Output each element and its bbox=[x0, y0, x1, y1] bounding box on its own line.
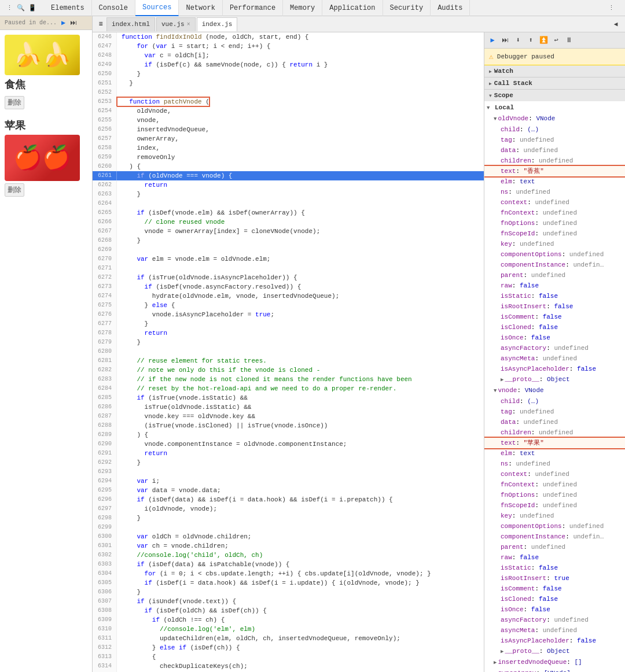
code-line-6248: 6248 var c = oldCh[i]; bbox=[93, 51, 484, 60]
callstack-arrow-icon bbox=[489, 81, 492, 86]
scope-oldvnode-isstatic: isStatic: false bbox=[484, 291, 625, 301]
code-line-6264: 6264 bbox=[93, 199, 484, 208]
source-tab-vue-js[interactable]: vue.js × bbox=[156, 17, 196, 31]
pause-exceptions-button[interactable]: ⏸ bbox=[563, 35, 575, 46]
code-line-6304: 6304 for (i = 0; i < cbs.update.length; … bbox=[93, 569, 484, 578]
fruit-item-banana: 🍌🍌 食焦 删除 bbox=[5, 35, 87, 109]
banana-image: 🍌🍌 bbox=[5, 35, 80, 75]
scope-vnode-proto[interactable]: ▶__proto__: Object bbox=[484, 646, 625, 657]
source-tab-nav: ◀ bbox=[611, 20, 623, 29]
scope-oldvnode-context: context: undefined bbox=[484, 197, 625, 208]
tab-application[interactable]: Application bbox=[322, 0, 383, 16]
scope-oldvnode-proto[interactable]: ▶__proto__: Object bbox=[484, 374, 625, 385]
file-tree-icon[interactable]: ≡ bbox=[95, 19, 106, 30]
step-out-button[interactable]: ⬆ bbox=[525, 35, 536, 46]
play-button[interactable]: ▶ bbox=[61, 19, 65, 27]
scope-vnode-isonce: isOnce: false bbox=[484, 604, 625, 615]
code-line-6274: 6274 hydrate(oldVnode.elm, vnode, insert… bbox=[93, 291, 484, 301]
code-line-6295: 6295 var data = vnode.data; bbox=[93, 486, 484, 495]
code-line-6284: 6284 // reset by the hot-reload-api and … bbox=[93, 384, 484, 393]
callstack-section-header[interactable]: Call Stack bbox=[484, 77, 625, 89]
tab-performance[interactable]: Performance bbox=[223, 0, 283, 16]
tab-security[interactable]: Security bbox=[383, 0, 431, 16]
code-line-6261[interactable]: 6261 if (oldVnode === vnode) { bbox=[93, 171, 484, 180]
watch-section: Watch bbox=[484, 65, 625, 77]
scope-vnode-header[interactable]: ▼vnode: VNode bbox=[484, 385, 625, 396]
code-line-6285: 6285 if (isTrue(vnode.isStatic) && bbox=[93, 393, 484, 403]
apple-delete-button[interactable]: 删除 bbox=[5, 183, 24, 197]
debugger-paused-text: Debugger paused bbox=[497, 53, 554, 60]
debug-toolbar: ▶ ⏭ ⬇ ⬆ ⏫ ↩ ⏸ bbox=[484, 32, 625, 49]
scope-label: Scope bbox=[494, 92, 513, 99]
banana-delete-button[interactable]: 删除 bbox=[5, 96, 24, 109]
code-line-6303: 6303 if (isDef(data) && isPatchable(vnod… bbox=[93, 560, 484, 569]
code-line-6255: 6255 vnode, bbox=[93, 116, 484, 125]
scope-oldvnode-ns: ns: undefined bbox=[484, 187, 625, 197]
scope-insertedvnodequeue[interactable]: ▶insertedVnodeQueue: [] bbox=[484, 657, 625, 668]
code-line-6254: 6254 oldVnode, bbox=[93, 106, 484, 116]
apple-image: 🍎🍎 bbox=[5, 135, 80, 181]
code-line-6281: 6281 // reuse element for static trees. bbox=[93, 356, 484, 365]
prev-location-icon[interactable]: ◀ bbox=[611, 20, 620, 29]
code-line-6298: 6298 } bbox=[93, 514, 484, 523]
code-line-6258: 6258 index, bbox=[93, 143, 484, 153]
code-line-6299: 6299 bbox=[93, 523, 484, 532]
fruit-item-apple: 苹果 🍎🍎 删除 bbox=[5, 119, 87, 197]
tab-network[interactable]: Network bbox=[179, 0, 222, 16]
code-line-6311: 6311 updateChildren(elm, oldCh, ch, inse… bbox=[93, 634, 484, 643]
watch-arrow-icon bbox=[489, 69, 492, 74]
step-button[interactable]: ⏫ bbox=[538, 35, 549, 46]
main-layout: Paused in de... ▶ ⏭ 🍌🍌 食焦 删除 苹果 🍎🍎 删除 bbox=[0, 16, 625, 672]
scope-local-label: ▼ Local bbox=[484, 102, 625, 113]
callstack-section: Call Stack bbox=[484, 77, 625, 90]
scope-vnode-child: child: (…) bbox=[484, 396, 625, 407]
scope-vnode-context: context: undefined bbox=[484, 469, 625, 479]
step-button[interactable]: ⏭ bbox=[70, 19, 77, 27]
scope-oldvnode-isasyncplaceholder: isAsyncPlaceholder: false bbox=[484, 364, 625, 374]
code-line-6313: 6313 { bbox=[93, 652, 484, 662]
scope-oldvnode-header[interactable]: ▼oldVnode: VNode bbox=[484, 113, 625, 124]
scope-vnode-tag: tag: undefined bbox=[484, 407, 625, 417]
debug-panel: ▶ ⏭ ⬇ ⬆ ⏫ ↩ ⏸ ⚠ Debugger paused bbox=[484, 32, 625, 672]
scope-content[interactable]: ▼ Local ▼oldVnode: VNode child: (…) tag:… bbox=[484, 101, 625, 672]
source-tab-index-html[interactable]: index.html bbox=[106, 17, 155, 31]
scope-oldvnode-elm: elm: text bbox=[484, 176, 625, 187]
tab-sources[interactable]: Sources bbox=[135, 0, 179, 16]
code-line-6269: 6269 bbox=[93, 245, 484, 254]
code-line-6293: 6293 bbox=[93, 467, 484, 477]
code-line-6300: 6300 var oldCh = oldVnode.children; bbox=[93, 532, 484, 541]
step-over-button[interactable]: ⏭ bbox=[499, 35, 511, 46]
tab-memory[interactable]: Memory bbox=[283, 0, 322, 16]
close-vue-js-icon[interactable]: × bbox=[187, 21, 190, 28]
tab-elements[interactable]: Elements bbox=[44, 0, 92, 16]
code-line-6260: 6260 ) { bbox=[93, 162, 484, 171]
scope-ownerarray[interactable]: ▶ownerArray: [VNode] bbox=[484, 668, 625, 672]
code-line-6283: 6283 // if the new node is not cloned it… bbox=[93, 375, 484, 384]
step-into-button[interactable]: ⬇ bbox=[512, 35, 524, 46]
tab-console[interactable]: Console bbox=[92, 0, 135, 16]
source-tab-index-js[interactable]: index.js bbox=[197, 17, 238, 31]
deactivate-button[interactable]: ↩ bbox=[550, 35, 562, 46]
code-line-6268: 6268 } bbox=[93, 236, 484, 245]
inspect-icon[interactable]: 🔍 bbox=[16, 3, 25, 13]
resume-button[interactable]: ▶ bbox=[487, 35, 498, 46]
scope-vnode-elm: elm: text bbox=[484, 448, 625, 459]
scope-vnode-ns: ns: undefined bbox=[484, 459, 625, 469]
scope-vnode-fncontext: fnContext: undefined bbox=[484, 479, 625, 490]
watch-section-header[interactable]: Watch bbox=[484, 65, 625, 77]
scope-section-header[interactable]: Scope bbox=[484, 90, 625, 101]
more-options-icon[interactable]: ⋮ bbox=[606, 3, 616, 13]
code-debug-layout: 6246function findIdxInOld (node, oldCh, … bbox=[93, 32, 625, 672]
scope-tree: ▼ Local ▼oldVnode: VNode child: (…) tag:… bbox=[484, 102, 625, 672]
scope-vnode-data: data: undefined bbox=[484, 417, 625, 427]
tab-end-icons: ⋮ bbox=[606, 3, 620, 13]
scope-oldvnode-text: text: "香蕉" bbox=[484, 166, 625, 176]
code-content[interactable]: 6246function findIdxInOld (node, oldCh, … bbox=[93, 32, 484, 672]
watch-label: Watch bbox=[494, 68, 513, 75]
devtools-menu-icon[interactable]: ⋮ bbox=[5, 3, 14, 13]
source-tabs: ≡ index.html vue.js × index.js ◀ bbox=[93, 16, 625, 32]
device-icon[interactable]: 📱 bbox=[28, 3, 37, 13]
code-line-6272: 6272 if (isTrue(oldVnode.isAsyncPlacehol… bbox=[93, 273, 484, 282]
tab-audits[interactable]: Audits bbox=[431, 0, 470, 16]
scope-vnode-raw: raw: false bbox=[484, 552, 625, 563]
